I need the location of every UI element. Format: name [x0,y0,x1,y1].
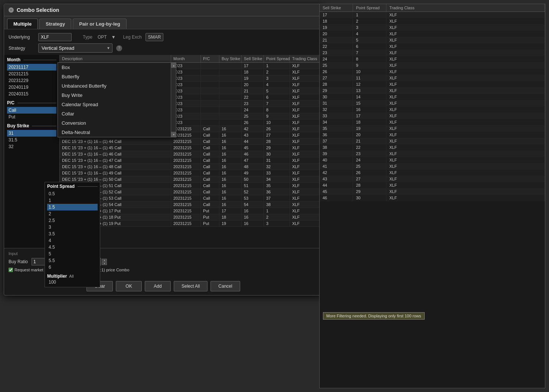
wide-cell-class: XLF [386,151,545,157]
multiplier-row: Multiplier All [47,274,98,279]
cell-pc [201,107,219,113]
dropdown-item-buy-write[interactable]: Buy Write [58,91,176,100]
cell-class: XLF [290,126,320,132]
wide-grid-row[interactable]: 39 23 XLF [320,151,545,157]
wide-grid-row[interactable]: 21 5 XLF [320,37,545,43]
pc-put[interactable]: Put [7,114,56,120]
pc-list: Call Put [7,107,56,120]
sell-ratio-up[interactable]: ▲ [102,259,107,262]
cell-pc [201,69,219,75]
select-all-button[interactable]: Select All [174,281,207,291]
wide-grid-row[interactable]: 33 17 XLF [320,113,545,119]
spread-item[interactable]: 2.5 [47,217,98,224]
wide-cell-spread: 7 [353,50,386,56]
wide-grid-row[interactable]: 18 2 XLF [320,18,545,24]
wide-grid-row[interactable]: 44 28 XLF [320,182,545,189]
strategy-select[interactable]: Vertical Spread Box Butterfly Unbalanced… [38,43,112,53]
dropdown-item-delta-neutral[interactable]: Delta-Neutral [58,128,176,137]
ok-button[interactable]: OK [116,281,142,291]
wide-grid-row[interactable]: 41 25 XLF [320,163,545,170]
wide-grid-row[interactable]: 43 27 XLF [320,176,545,182]
dropdown-item-unbalanced-butterfly[interactable]: Unbalanced Butterfly [58,81,176,91]
wide-grid-row[interactable]: 46 30 XLF [320,195,545,201]
sell-ratio-down[interactable]: ▼ [102,262,107,265]
spread-item[interactable]: 5.5 [47,257,98,264]
dropdown-item-calendar-spread[interactable]: Calendar Spread [58,100,176,109]
cell-class: XLF [290,157,320,163]
buy-strike-item[interactable]: 31.5 [7,137,56,143]
pc-call[interactable]: Call [7,107,56,114]
wide-grid-row[interactable]: 40 24 XLF [320,157,545,163]
wide-grid-row[interactable]: 29 13 XLF [320,88,545,94]
underlying-input[interactable] [38,33,72,41]
wide-grid-row[interactable]: 36 20 XLF [320,132,545,138]
grid-row[interactable]: DEC 15 '23 + (1) 16 – (1) 48 Call 202312… [60,164,323,170]
wide-grid-row[interactable]: 22 6 XLF [320,43,545,50]
spread-item[interactable]: 2 [47,210,98,217]
grid-row[interactable]: DEC 15 '23 + (1) 16 – (1) 44 Call 202312… [60,138,323,145]
month-divider [23,60,56,60]
wide-grid-row[interactable]: 37 21 XLF [320,138,545,144]
spread-item[interactable]: 4 [47,237,98,244]
wide-grid-row[interactable]: 27 11 XLF [320,75,545,81]
cancel-button[interactable]: Cancel [210,281,240,291]
grid-row[interactable]: DEC 15 '23 + (1) 16 – (1) 46 Call 202312… [60,151,323,157]
buy-strike-item[interactable]: 31 [7,130,56,137]
dropdown-item-box[interactable]: Box [58,63,176,72]
cell-pc [201,101,219,107]
spread-item[interactable]: 3.5 [47,231,98,237]
spread-item[interactable]: 6 [47,264,98,271]
spread-item[interactable]: 1.5 [47,204,98,210]
help-icon[interactable]: ? [116,45,122,51]
wide-grid-row[interactable]: 23 7 XLF [320,50,545,56]
spread-item[interactable]: 0.5 [47,190,98,197]
dropdown-item-butterfly[interactable]: Butterfly [58,72,176,81]
cell-sell: 42 [242,126,264,132]
cell-pc [201,88,219,94]
wide-grid-row[interactable]: 25 9 XLF [320,62,545,69]
spread-item[interactable]: 5 [47,251,98,257]
wide-grid-row[interactable]: 20 4 XLF [320,31,545,37]
cell-pc [201,75,219,81]
spread-item[interactable]: 4.5 [47,244,98,251]
wide-grid-row[interactable]: 32 16 XLF [320,107,545,113]
close-button[interactable]: ✕ [9,7,14,13]
dropdown-item-conversion[interactable]: Conversion [58,118,176,128]
dropdown-scroll-up[interactable]: ▲ [171,63,176,68]
month-item[interactable]: 20231117 [7,64,56,71]
wide-cell-class: XLF [386,81,545,87]
wide-grid-row[interactable]: 38 22 XLF [320,144,545,151]
grid-row[interactable]: DEC 15 '23 + (1) 16 – (1) 45 Call 202312… [60,145,323,151]
grid-row[interactable]: DEC 15 '23 + (1) 16 – (1) 49 Call 202312… [60,170,323,176]
wide-grid-row[interactable]: 42 26 XLF [320,170,545,176]
tab-multiple[interactable]: Multiple [7,19,38,29]
tab-pair[interactable]: Pair or Leg-by-leg [73,19,127,29]
wide-grid-row[interactable]: 34 18 XLF [320,119,545,125]
wide-cell-class: XLF [386,88,545,94]
dropdown-item-collar[interactable]: Collar [58,109,176,118]
wide-grid-row[interactable]: 45 29 XLF [320,189,545,195]
month-item[interactable]: 20231215 [7,71,56,77]
month-item[interactable]: 20240119 [7,84,56,91]
wide-grid-row[interactable]: 30 14 XLF [320,94,545,100]
month-item[interactable]: 20231229 [7,77,56,84]
grid-row[interactable]: DEC 15 '23 + (1) 16 – (1) 47 Call 202312… [60,157,323,164]
cell-spread: 35 [264,183,290,189]
wide-cell-sell: 30 [320,94,353,100]
wide-grid-row[interactable]: 31 15 XLF [320,100,545,107]
month-item[interactable]: 20240315 [7,91,56,97]
buy-strike-item[interactable]: 32 [7,143,56,150]
wide-grid-row[interactable]: 24 8 XLF [320,56,545,62]
left-subpanel: Point Spread 0.5 1 1.5 2 2.5 3 3.5 4 4.5… [45,182,100,287]
spread-item[interactable]: 1 [47,197,98,204]
add-button[interactable]: Add [145,281,171,291]
dropdown-scroll-down[interactable]: ▼ [171,132,176,137]
spread-item[interactable]: 3 [47,224,98,231]
strategy-row: Strategy Vertical Spread Box Butterfly U… [9,43,318,53]
tab-strategy[interactable]: Strategy [39,19,71,29]
wide-grid-row[interactable]: 35 19 XLF [320,125,545,132]
wide-grid-row[interactable]: 17 1 XLF [320,12,545,18]
wide-grid-row[interactable]: 26 10 XLF [320,69,545,75]
wide-grid-row[interactable]: 28 12 XLF [320,81,545,88]
wide-grid-row[interactable]: 19 3 XLF [320,24,545,31]
